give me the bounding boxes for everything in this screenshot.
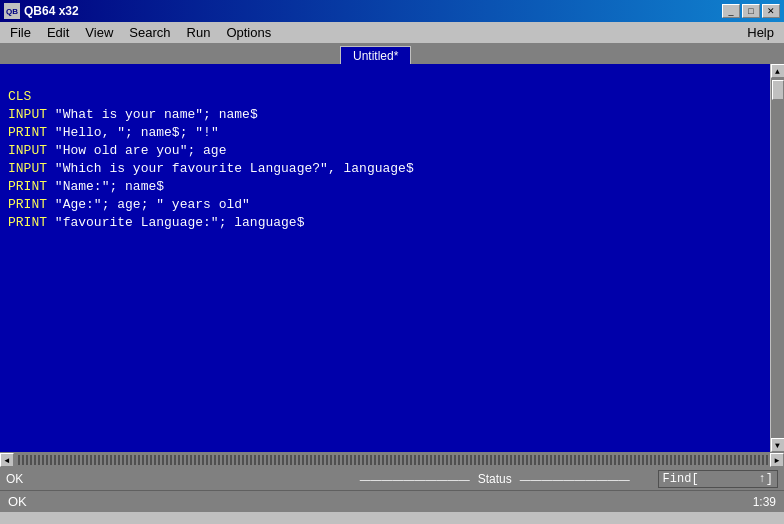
scroll-thumb-vertical[interactable]: [772, 80, 784, 100]
close-button[interactable]: ✕: [762, 4, 780, 18]
title-bar-left: QB QB64 x32: [4, 3, 79, 19]
restore-button[interactable]: □: [742, 4, 760, 18]
editor[interactable]: CLS INPUT "What is your name"; name$ PRI…: [0, 64, 784, 452]
menu-help[interactable]: Help: [739, 23, 782, 43]
find-close: ↑]: [759, 472, 773, 486]
code-content: CLS INPUT "What is your name"; name$ PRI…: [8, 70, 414, 250]
horizontal-scrollbar[interactable]: ◄ ►: [0, 452, 784, 468]
tab-bar: Untitled*: [0, 44, 784, 64]
find-area[interactable]: Find[ ↑]: [658, 470, 778, 488]
menu-view[interactable]: View: [77, 23, 121, 43]
vertical-scrollbar[interactable]: ▲ ▼: [770, 64, 784, 452]
menu-bar: File Edit View Search Run Options Help: [0, 22, 784, 44]
menu-run[interactable]: Run: [179, 23, 219, 43]
title-bar: QB QB64 x32 _ □ ✕: [0, 0, 784, 22]
ok-label: OK: [8, 494, 27, 509]
scroll-up-button[interactable]: ▲: [771, 64, 785, 78]
status-bar: OK —————————— Status —————————— Find[ ↑]: [0, 468, 784, 490]
active-tab[interactable]: Untitled*: [340, 46, 411, 64]
title-text: QB64 x32: [24, 4, 79, 18]
status-label: Status: [470, 472, 520, 486]
minimize-button[interactable]: _: [722, 4, 740, 18]
scroll-track-horizontal[interactable]: [16, 455, 768, 465]
status-text: OK: [6, 472, 332, 486]
scroll-down-button[interactable]: ▼: [771, 438, 785, 452]
menu-search[interactable]: Search: [121, 23, 178, 43]
bottom-bar: OK 1:39: [0, 490, 784, 512]
scroll-right-button[interactable]: ►: [770, 453, 784, 467]
menu-options[interactable]: Options: [218, 23, 279, 43]
title-bar-controls: _ □ ✕: [722, 4, 780, 18]
menu-file[interactable]: File: [2, 23, 39, 43]
status-center: —————————— Status ——————————: [332, 472, 658, 486]
app-icon: QB: [4, 3, 20, 19]
position-label: 1:39: [753, 495, 776, 509]
scroll-left-button[interactable]: ◄: [0, 453, 14, 467]
menu-edit[interactable]: Edit: [39, 23, 77, 43]
find-label: Find[: [663, 472, 699, 486]
